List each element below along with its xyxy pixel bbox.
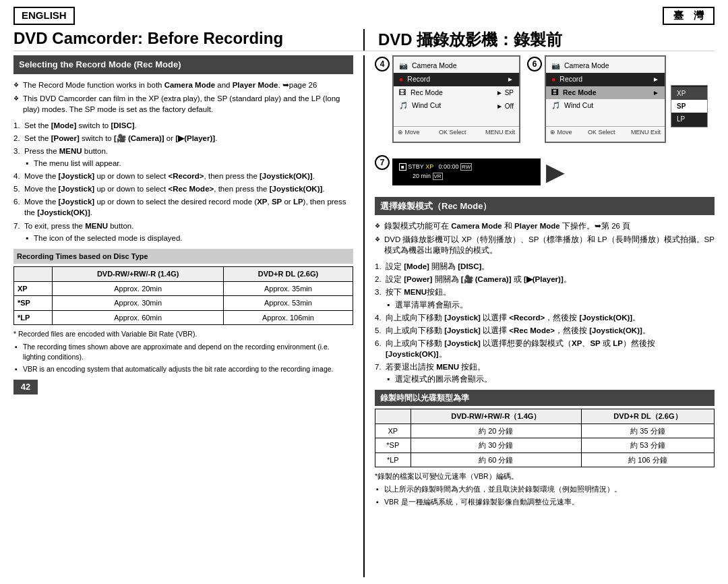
recmode-val: ► SP bbox=[496, 88, 514, 98]
menu-item-recmode-6: 🎞 Rec Mode ► bbox=[546, 86, 665, 100]
windcut-label: Wind Cut bbox=[412, 100, 441, 111]
record-icon-6: ● bbox=[551, 74, 555, 85]
standby-bar: ■ STBY XP 0:00:00 RW 20 min VR bbox=[392, 158, 541, 185]
step-en-5: 5.Move the [Joystick] up or down to sele… bbox=[13, 183, 353, 194]
windcut-val: ► Off bbox=[496, 101, 514, 111]
col-header-1: DVD-RW/+RW/-R (1.4G) bbox=[53, 267, 224, 282]
standby-display: ■ STBY XP 0:00:00 RW 20 min VR ▶ bbox=[392, 154, 565, 190]
menu-mockup-6: 📷 Camera Mode ● Record ► 🎞 bbox=[545, 55, 666, 143]
standby-info: ■ STBY XP 0:00:00 RW 20 min VR bbox=[399, 163, 472, 181]
recmode-arrow-6: ► bbox=[653, 88, 659, 98]
move-label: ⊕ Move bbox=[398, 128, 420, 138]
menu-item-camera-6: 📷 Camera Mode bbox=[546, 59, 665, 73]
main-content: Selecting the Record Mode (Rec Mode) The… bbox=[13, 55, 715, 577]
note-en-3: VBR is an encoding system that automatic… bbox=[13, 364, 353, 374]
recmode-label-6: Rec Mode bbox=[563, 88, 597, 98]
steps-list-zh: 1.設定 [Mode] 開關為 [DISC]。 2.設定 [Power] 開關為… bbox=[375, 261, 715, 384]
zh-col-header-1: DVD-RW/+RW/-R（1.4G） bbox=[411, 409, 581, 424]
rec-times-header-zh: 錄製時間以光碟類型為準 bbox=[375, 390, 715, 406]
record-arrow-6: ► bbox=[653, 74, 659, 84]
bullet-list-zh: 錄製模式功能可在 Camera Mode 和 Player Mode 下操作。➥… bbox=[375, 221, 715, 256]
windcut-icon: 🎵 bbox=[399, 100, 408, 111]
diagram-6: 6 📷 Camera Mode ● Record ► bbox=[527, 55, 666, 148]
step-zh-2: 2.設定 [Power] 開關為 [🎥 (Camera)] 或 [▶(Playe… bbox=[375, 274, 715, 285]
diagrams-area: 4 📷 Camera Mode ● Record ► bbox=[375, 55, 715, 148]
record-arrow: ► bbox=[507, 74, 514, 84]
note-zh-3: VBR 是一種編碼系統，可根據錄製影像自動調整位元速率。 bbox=[375, 497, 715, 507]
bullet-zh-2: DVD 攝錄放影機可以 XP（特別播放）、SP（標準播放）和 LP（長時間播放）… bbox=[375, 234, 715, 256]
standby-remain: 20 min VR bbox=[399, 172, 472, 181]
step-zh-7: 7.若要退出請按 MENU 按鈕。 選定模式的圖示將會顯示。 bbox=[375, 361, 715, 384]
menu-footer-6: ⊕ Move OK Select MENU Exit bbox=[546, 126, 665, 139]
step-zh-4: 4.向上或向下移動 [Joystick] 以選擇 <Record>，然後按 [J… bbox=[375, 312, 715, 323]
menu-mockup-6-wrapper: 📷 Camera Mode ● Record ► 🎞 bbox=[545, 55, 666, 146]
menu-item-windcut-6: 🎵 Wind Cut bbox=[546, 99, 665, 113]
bullet-en-1: The Record Mode function works in both C… bbox=[13, 80, 353, 90]
windcut-label-6: Wind Cut bbox=[564, 100, 593, 111]
exit-label-6: MENU Exit bbox=[631, 128, 661, 138]
chinese-column: 4 📷 Camera Mode ● Record ► bbox=[365, 55, 715, 577]
page-number: 42 bbox=[13, 380, 38, 395]
menu-mockup-4: 📷 Camera Mode ● Record ► 🎞 Rec Mode bbox=[392, 55, 520, 143]
standby-label: ■ STBY XP 0:00:00 RW bbox=[399, 163, 472, 172]
table-row: *SP 約 30 分鐘 約 53 分鐘 bbox=[375, 438, 715, 453]
page: ENGLISH 臺 灣 DVD Camcorder: Before Record… bbox=[0, 0, 728, 584]
menu-item-recmode: 🎞 Rec Mode ► SP bbox=[394, 86, 519, 100]
title-row: DVD Camcorder: Before Recording DVD 攝錄放影… bbox=[13, 29, 715, 51]
camera-label: Camera Mode bbox=[412, 61, 457, 71]
step-label-6: 6 bbox=[527, 57, 542, 71]
rec-times-header: Recording Times based on Disc Type bbox=[13, 249, 353, 264]
play-arrow-icon: ▶ bbox=[546, 154, 565, 190]
zh-col-header-2: DVD+R DL（2.6G） bbox=[581, 409, 714, 424]
section-header-en: Selecting the Record Mode (Rec Mode) bbox=[13, 55, 353, 74]
section-header-zh: 選擇錄製模式（Rec Mode） bbox=[375, 197, 715, 216]
sub-bullet-en-2: The icon of the selected mode is display… bbox=[24, 233, 353, 243]
steps-list-en: 1.Set the [Mode] switch to [DISC]. 2.Set… bbox=[13, 120, 353, 243]
record-label-6: Record bbox=[559, 74, 582, 85]
table-row: *SP Approx. 30min Approx. 53min bbox=[14, 296, 353, 311]
title-chinese: DVD 攝錄放影機：錄製前 bbox=[365, 29, 715, 51]
camera-icon: 📷 bbox=[399, 61, 408, 71]
diagram-7: 7 ■ STBY XP 0:00:00 RW 20 min VR ▶ bbox=[375, 154, 715, 190]
step-zh-3: 3.按下 MENU按鈕。 選單清單將會顯示。 bbox=[375, 287, 715, 310]
step-zh-6: 6.向上或向下移動 [Joystick] 以選擇想要的錄製模式（XP、SP 或 … bbox=[375, 338, 715, 359]
menu-item-record: ● Record ► bbox=[394, 73, 519, 86]
rec-times-table: DVD-RW/+RW/-R (1.4G) DVD+R DL (2.6G) XP … bbox=[13, 266, 353, 325]
note-en-1: * Recorded files are encoded with Variab… bbox=[13, 329, 353, 339]
record-label: Record bbox=[407, 74, 430, 85]
sub-bullet-en-1: The menu list will appear. bbox=[24, 158, 353, 169]
zh-table-corner bbox=[375, 409, 411, 424]
step-en-1: 1.Set the [Mode] switch to [DISC]. bbox=[13, 120, 353, 131]
diagram-4: 4 📷 Camera Mode ● Record ► bbox=[375, 55, 520, 148]
col-header-2: DVD+R DL (2.6G) bbox=[223, 267, 353, 282]
exit-label: MENU Exit bbox=[485, 128, 515, 138]
note-zh-1: *錄製的檔案以可變位元速率（VBR）編碼。 bbox=[375, 471, 715, 481]
bullet-list-en: The Record Mode function works in both C… bbox=[13, 80, 353, 115]
note-zh-2: 以上所示的錄製時間為大約值，並且取決於錄製環境（例如照明情況）。 bbox=[375, 484, 715, 494]
camera-label-6: Camera Mode bbox=[564, 61, 609, 71]
table-row: *LP 約 60 分鐘 約 106 分鐘 bbox=[375, 452, 715, 467]
table-row: XP Approx. 20min Approx. 35min bbox=[14, 281, 353, 296]
zh-rec-times-table: DVD-RW/+RW/-R（1.4G） DVD+R DL（2.6G） XP 約 … bbox=[375, 409, 715, 467]
windcut-icon-6: 🎵 bbox=[551, 100, 560, 111]
step-label-7: 7 bbox=[375, 155, 390, 170]
table-row: XP 約 20 分鐘 約 35 分鐘 bbox=[375, 424, 715, 438]
menu-item-record-6: ● Record ► bbox=[546, 73, 665, 86]
bullet-en-2: This DVD Camcorder can film in the XP (e… bbox=[13, 93, 353, 115]
sub-bullet-zh-2: 選定模式的圖示將會顯示。 bbox=[386, 374, 715, 384]
recmode-label: Rec Mode bbox=[411, 88, 443, 98]
step-zh-1: 1.設定 [Mode] 開關為 [DISC]。 bbox=[375, 261, 715, 272]
menu-item-windcut: 🎵 Wind Cut ► Off bbox=[394, 99, 519, 113]
submenu-sp: SP bbox=[671, 100, 707, 113]
lang-chinese-label: 臺 灣 bbox=[663, 7, 715, 25]
step-label-4: 4 bbox=[375, 57, 390, 71]
menu-footer-4: ⊕ Move OK Select MENU Exit bbox=[394, 126, 519, 139]
step-en-2: 2.Set the [Power] switch to [🎥 (Camera)]… bbox=[13, 133, 353, 144]
sub-bullet-zh-1: 選單清單將會顯示。 bbox=[386, 299, 715, 310]
select-label: OK Select bbox=[439, 128, 466, 138]
step-zh-5: 5.向上或向下移動 [Joystick] 以選擇 <Rec Mode>，然後按 … bbox=[375, 325, 715, 336]
record-icon: ● bbox=[399, 74, 403, 85]
submenu-lp: LP bbox=[671, 113, 707, 125]
submenu-xp: XP bbox=[671, 87, 707, 100]
select-label-6: OK Select bbox=[588, 128, 615, 138]
